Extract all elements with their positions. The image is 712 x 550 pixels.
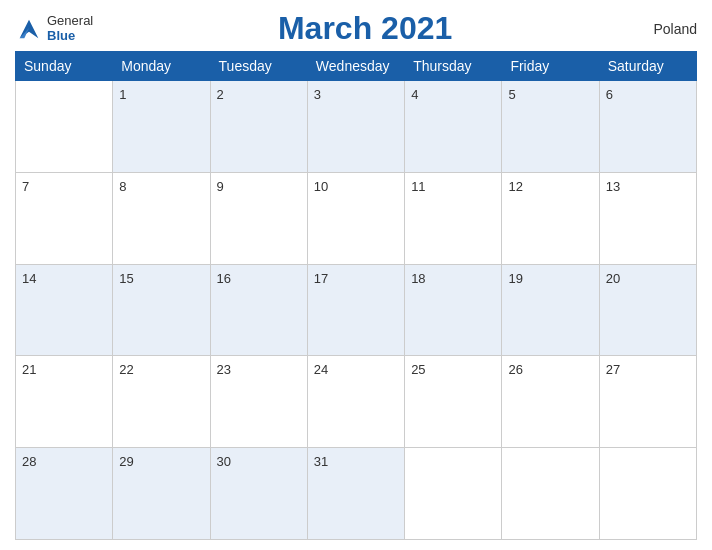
calendar-cell: 12 [502, 172, 599, 264]
calendar-cell: 15 [113, 264, 210, 356]
weekday-header-wednesday: Wednesday [307, 52, 404, 81]
calendar-table: SundayMondayTuesdayWednesdayThursdayFrid… [15, 51, 697, 540]
day-number: 18 [411, 271, 425, 286]
header: General Blue March 2021 Poland [15, 10, 697, 47]
calendar-week-2: 78910111213 [16, 172, 697, 264]
calendar-cell: 24 [307, 356, 404, 448]
weekday-header-sunday: Sunday [16, 52, 113, 81]
logo-text: General Blue [47, 14, 93, 43]
day-number: 23 [217, 362, 231, 377]
calendar-cell: 28 [16, 448, 113, 540]
calendar-cell: 22 [113, 356, 210, 448]
weekday-header-saturday: Saturday [599, 52, 696, 81]
day-number: 1 [119, 87, 126, 102]
calendar-cell: 19 [502, 264, 599, 356]
day-number: 29 [119, 454, 133, 469]
calendar-cell: 16 [210, 264, 307, 356]
calendar-body: 1234567891011121314151617181920212223242… [16, 81, 697, 540]
calendar-cell: 18 [405, 264, 502, 356]
day-number: 6 [606, 87, 613, 102]
calendar-cell [16, 81, 113, 173]
calendar-week-3: 14151617181920 [16, 264, 697, 356]
country-label: Poland [637, 21, 697, 37]
calendar-cell: 9 [210, 172, 307, 264]
calendar-cell: 4 [405, 81, 502, 173]
calendar-cell: 31 [307, 448, 404, 540]
day-number: 2 [217, 87, 224, 102]
calendar-cell: 6 [599, 81, 696, 173]
calendar-cell: 29 [113, 448, 210, 540]
day-number: 25 [411, 362, 425, 377]
calendar-cell: 20 [599, 264, 696, 356]
weekday-header-monday: Monday [113, 52, 210, 81]
day-number: 10 [314, 179, 328, 194]
day-number: 26 [508, 362, 522, 377]
calendar-cell: 21 [16, 356, 113, 448]
day-number: 4 [411, 87, 418, 102]
weekday-header-row: SundayMondayTuesdayWednesdayThursdayFrid… [16, 52, 697, 81]
calendar-cell: 25 [405, 356, 502, 448]
calendar-week-5: 28293031 [16, 448, 697, 540]
weekday-header-friday: Friday [502, 52, 599, 81]
day-number: 30 [217, 454, 231, 469]
weekday-header-thursday: Thursday [405, 52, 502, 81]
logo-bird-icon [15, 15, 43, 43]
day-number: 17 [314, 271, 328, 286]
calendar-cell: 26 [502, 356, 599, 448]
calendar-cell: 30 [210, 448, 307, 540]
day-number: 15 [119, 271, 133, 286]
calendar-cell: 23 [210, 356, 307, 448]
day-number: 14 [22, 271, 36, 286]
day-number: 21 [22, 362, 36, 377]
calendar-cell: 7 [16, 172, 113, 264]
calendar-week-1: 123456 [16, 81, 697, 173]
day-number: 5 [508, 87, 515, 102]
calendar-cell: 10 [307, 172, 404, 264]
day-number: 8 [119, 179, 126, 194]
calendar-cell: 11 [405, 172, 502, 264]
day-number: 11 [411, 179, 425, 194]
calendar-cell [599, 448, 696, 540]
day-number: 9 [217, 179, 224, 194]
calendar-cell: 2 [210, 81, 307, 173]
calendar-cell: 1 [113, 81, 210, 173]
logo-blue: Blue [47, 29, 93, 43]
day-number: 24 [314, 362, 328, 377]
day-number: 12 [508, 179, 522, 194]
calendar-cell: 13 [599, 172, 696, 264]
calendar-cell: 27 [599, 356, 696, 448]
calendar-cell: 17 [307, 264, 404, 356]
logo: General Blue [15, 14, 93, 43]
day-number: 3 [314, 87, 321, 102]
calendar-cell: 3 [307, 81, 404, 173]
calendar-cell [502, 448, 599, 540]
day-number: 16 [217, 271, 231, 286]
day-number: 28 [22, 454, 36, 469]
weekday-header-tuesday: Tuesday [210, 52, 307, 81]
calendar-cell: 5 [502, 81, 599, 173]
calendar-cell [405, 448, 502, 540]
calendar-week-4: 21222324252627 [16, 356, 697, 448]
calendar-title: March 2021 [93, 10, 637, 47]
day-number: 31 [314, 454, 328, 469]
day-number: 20 [606, 271, 620, 286]
day-number: 19 [508, 271, 522, 286]
day-number: 7 [22, 179, 29, 194]
calendar-cell: 8 [113, 172, 210, 264]
day-number: 13 [606, 179, 620, 194]
day-number: 22 [119, 362, 133, 377]
logo-general: General [47, 14, 93, 28]
calendar-cell: 14 [16, 264, 113, 356]
day-number: 27 [606, 362, 620, 377]
